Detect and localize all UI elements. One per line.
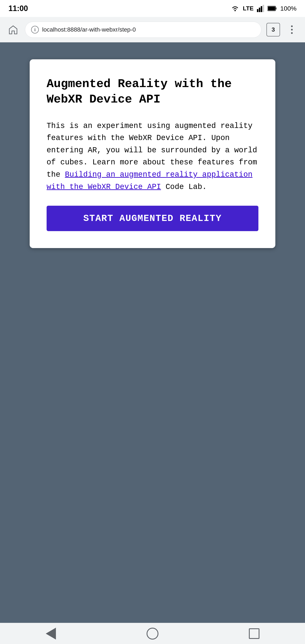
recent-apps-button[interactable]	[244, 625, 265, 642]
wifi-icon	[231, 5, 239, 12]
bottom-navigation	[0, 623, 305, 644]
more-dot-2	[291, 29, 293, 30]
card-description-part2: Code Lab.	[161, 182, 207, 191]
address-bar[interactable]: i localhost:8888/ar-with-webxr/step-0	[25, 22, 261, 38]
svg-rect-4	[263, 5, 264, 12]
home-button[interactable]	[142, 625, 163, 642]
address-url: localhost:8888/ar-with-webxr/step-0	[42, 26, 136, 33]
status-time: 11:00	[8, 4, 28, 13]
browser-home-button[interactable]	[6, 23, 20, 36]
browser-chrome: i localhost:8888/ar-with-webxr/step-0 3	[0, 17, 305, 42]
recent-apps-icon	[249, 628, 260, 639]
tab-count-button[interactable]: 3	[266, 23, 280, 36]
svg-rect-2	[259, 8, 260, 12]
more-dot-1	[291, 26, 293, 27]
start-ar-button[interactable]: START AUGMENTED REALITY	[46, 206, 258, 231]
lte-label: LTE	[243, 5, 254, 12]
home-icon	[146, 628, 158, 640]
svg-rect-3	[261, 6, 262, 12]
signal-icon	[257, 5, 264, 12]
battery-percentage: 100%	[280, 5, 296, 12]
svg-rect-7	[268, 6, 275, 10]
more-options-button[interactable]	[285, 23, 299, 36]
card-description: This is an experiment using augmented re…	[46, 120, 258, 193]
status-bar: 11:00 LTE 100%	[0, 0, 305, 17]
status-icons: LTE 100%	[231, 5, 296, 12]
browser-home-icon	[8, 24, 18, 35]
card-link[interactable]: Building an augmented reality applicatio…	[46, 170, 252, 191]
content-card: Augmented Reality with the WebXR Device …	[30, 59, 275, 248]
card-title: Augmented Reality with the WebXR Device …	[46, 76, 258, 107]
page-background: Augmented Reality with the WebXR Device …	[0, 42, 305, 623]
more-dot-3	[291, 32, 293, 34]
svg-rect-6	[276, 8, 276, 10]
address-info-icon: i	[31, 26, 39, 34]
svg-rect-1	[257, 9, 258, 12]
back-button[interactable]	[40, 625, 62, 642]
battery-icon	[268, 6, 277, 11]
back-icon	[46, 628, 56, 640]
svg-point-0	[234, 10, 236, 11]
